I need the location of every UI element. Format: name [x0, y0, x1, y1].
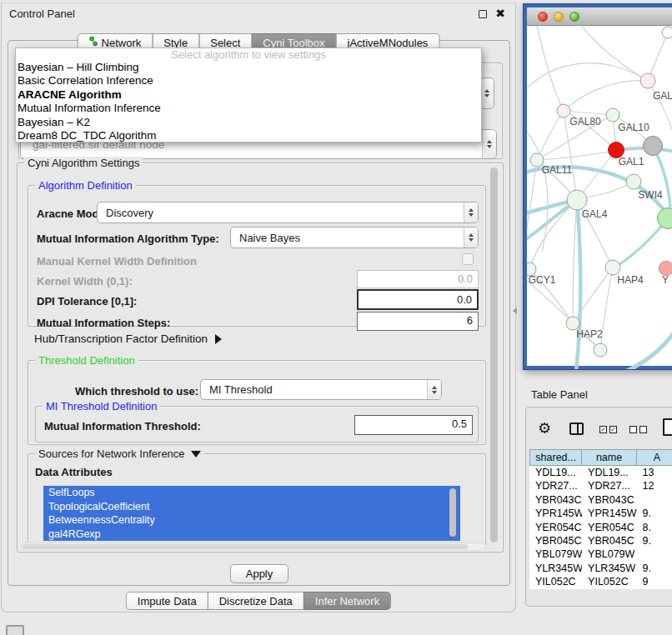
zoom-window-icon[interactable] [569, 12, 579, 22]
network-node[interactable] [594, 343, 607, 357]
algorithm-option-dream8-dc-tdc-algorithm[interactable]: Dream8 DC_TDC Algorithm [16, 129, 481, 142]
table-row[interactable]: YDL19...YDL19...13 [529, 466, 672, 479]
aracne-mode-value: Discovery [98, 207, 464, 219]
hub-definition-expander[interactable]: Hub/Transcription Factor Definition [34, 332, 222, 345]
network-node-gal10[interactable] [606, 108, 619, 122]
collapse-down-icon [191, 451, 201, 458]
network-window-titlebar[interactable] [527, 8, 672, 26]
unchecked-box-icon [629, 426, 637, 433]
close-panel-icon[interactable]: ✖ [495, 7, 505, 20]
attribute-item-selfloops[interactable]: SelfLoops [43, 486, 460, 500]
network-node[interactable] [644, 137, 663, 156]
table-header-row: shared...nameA [529, 449, 672, 466]
combobox-arrows-icon[interactable] [464, 202, 478, 222]
network-node[interactable] [658, 208, 672, 229]
mi-threshold-field[interactable]: 0.5 [354, 415, 473, 435]
network-node-hap4[interactable] [605, 260, 620, 275]
document-icon[interactable] [663, 418, 672, 436]
float-panel-button[interactable] [479, 10, 487, 18]
node-label: HAP2 [576, 328, 603, 340]
table-panel: ⚙ ✓ ✓ shared...nameA YDL19...YDL19...13Y… [525, 407, 672, 607]
attribute-item-betweennesscentrality[interactable]: BetweennessCentrality [43, 513, 460, 528]
table-row[interactable]: YER054CYER054C8. [529, 521, 672, 534]
table-cell: YPR145W [582, 507, 636, 520]
aracne-mode-combobox[interactable]: Discovery [97, 202, 479, 223]
network-edge[interactable] [576, 200, 580, 369]
table-cell: YLR345W [582, 562, 636, 575]
apply-button[interactable]: Apply [230, 564, 288, 583]
attribute-item-topologicalcoefficient[interactable]: TopologicalCoefficient [43, 500, 460, 514]
network-node[interactable] [662, 27, 672, 38]
splitter-handle[interactable] [513, 308, 517, 314]
network-canvas[interactable]: GALGAL80GAL10GAL1GAL11SWI4GAL4GCY1HAP4YH… [527, 26, 672, 369]
algorithm-option-mutual-information-inference[interactable]: Mutual Information Inference [16, 102, 481, 115]
table-cell: 12 [637, 479, 672, 492]
table-row[interactable]: YBR045CYBR045C9. [529, 534, 672, 548]
settings-scrollbar[interactable] [490, 168, 498, 542]
network-edge[interactable] [627, 326, 672, 369]
settings-gear-icon[interactable]: ⚙ [538, 419, 551, 438]
algorithm-option-aracne-algorithm[interactable]: ARACNE Algorithm [16, 88, 481, 102]
network-node-swi4[interactable] [626, 174, 641, 189]
network-edge[interactable] [564, 81, 648, 111]
network-edge[interactable] [578, 26, 648, 81]
deselect-all-checkboxes-icon[interactable] [629, 426, 647, 433]
table-cell: YBL079W [529, 548, 582, 561]
network-edge[interactable] [527, 63, 648, 93]
tab-discretize-data[interactable]: Discretize Data [208, 592, 304, 610]
tab-label: Impute Data [138, 592, 197, 610]
algorithm-option-basic-correlation-inference[interactable]: Basic Correlation Inference [16, 74, 481, 88]
network-node-gal80[interactable] [557, 104, 570, 118]
table-cell [637, 548, 672, 561]
minimized-panel-icon[interactable] [6, 625, 24, 635]
minimize-window-icon[interactable] [554, 12, 564, 22]
select-all-checkboxes-icon[interactable]: ✓ ✓ [599, 426, 617, 433]
kernel-width-field[interactable]: 0.0 [357, 270, 479, 288]
manual-kernel-checkbox[interactable] [462, 253, 474, 265]
mi-type-combobox[interactable]: Naive Bayes [230, 227, 479, 248]
network-view-window: GALGAL80GAL10GAL1GAL11SWI4GAL4GCY1HAP4YH… [524, 4, 672, 369]
attribute-item-gal4rgexp[interactable]: gal4RGexp [43, 528, 460, 542]
settings-h-scrollbar[interactable] [21, 542, 486, 551]
table-cell: YBL079W [582, 548, 636, 561]
network-edge[interactable] [527, 127, 548, 252]
node-label: Y [662, 274, 669, 286]
data-attributes-list[interactable]: SelfLoopsTopologicalCoefficientBetweenne… [43, 486, 460, 541]
table-cell: YDR27... [529, 479, 582, 492]
network-node-gal[interactable] [640, 73, 655, 88]
combobox-arrows-icon[interactable] [427, 380, 441, 399]
table-row[interactable]: YBL079WYBL079W [529, 548, 672, 561]
algorithm-option-bayesian-hill-climbing[interactable]: Bayesian – Hill Climbing [16, 61, 481, 74]
close-window-icon[interactable] [538, 12, 548, 22]
dpi-tolerance-field[interactable]: 0.0 [357, 289, 479, 310]
column-header-name[interactable]: name [582, 449, 637, 466]
column-header-a[interactable]: A [637, 449, 672, 466]
column-header-shared[interactable]: shared... [529, 449, 582, 466]
table-cell: YER054C [529, 521, 582, 534]
sources-group-title[interactable]: Sources for Network Inference [35, 448, 204, 460]
network-edge[interactable] [614, 218, 668, 268]
combobox-arrows-icon[interactable] [482, 130, 496, 158]
table-row[interactable]: YDR27...YDR27...12 [529, 479, 672, 492]
network-node-gal4[interactable] [567, 190, 587, 210]
mi-steps-field[interactable]: 6 [357, 312, 479, 331]
table-cell: YLR345W [529, 562, 582, 575]
network-edge[interactable] [648, 81, 672, 134]
combobox-arrows-icon[interactable] [464, 228, 478, 248]
algorithm-option-bayesian-k2[interactable]: Bayesian – K2 [16, 116, 481, 129]
table-row[interactable]: YPR145WYPR145W9. [529, 507, 672, 520]
column-layout-icon[interactable] [569, 422, 584, 435]
table-row[interactable]: YBR043CYBR043C [529, 493, 672, 507]
mi-steps-label: Mutual Information Steps: [37, 317, 170, 329]
tab-impute-data[interactable]: Impute Data [126, 592, 208, 610]
attributes-list-scrollbar[interactable] [449, 488, 456, 537]
table-cell: YPR145W [529, 507, 582, 520]
network-edge[interactable] [537, 150, 616, 160]
network-node-y[interactable] [659, 262, 672, 276]
table-cell: YBR045C [529, 534, 582, 548]
table-row[interactable]: YIL052CYIL052C9 [529, 575, 672, 588]
tab-infer-network[interactable]: Infer Network [303, 592, 391, 610]
which-threshold-combobox[interactable]: MI Threshold [200, 379, 442, 400]
network-edge[interactable] [573, 200, 577, 323]
table-row[interactable]: YLR345WYLR345W9. [529, 562, 672, 575]
